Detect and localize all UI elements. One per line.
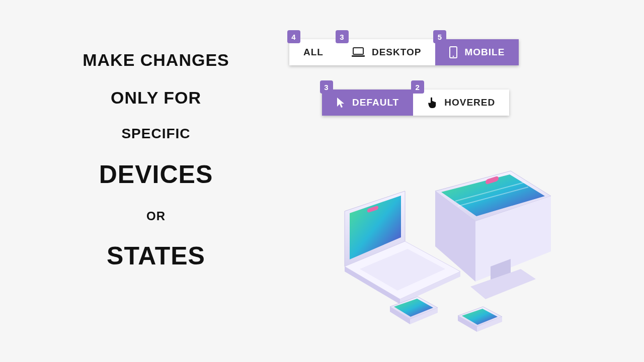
copy-line-2: ONLY FOR — [40, 88, 272, 108]
illustration-phone-2 — [458, 307, 502, 332]
device-tab-all-badge: 4 — [287, 30, 300, 43]
device-tab-mobile-badge: 5 — [433, 30, 446, 43]
copy-line-4: DEVICES — [40, 160, 272, 189]
copy-line-3: SPECIFIC — [40, 126, 272, 142]
svg-rect-1 — [352, 55, 365, 57]
device-tab-mobile[interactable]: 5 MOBILE — [435, 39, 519, 65]
state-tab-hovered-label: HOVERED — [444, 97, 495, 108]
cursor-arrow-icon — [336, 97, 345, 109]
devices-illustration — [314, 161, 556, 347]
cursor-hand-icon — [427, 97, 437, 109]
laptop-icon — [352, 47, 365, 57]
state-selector: 3 DEFAULT 2 HOVERED — [322, 89, 509, 116]
copy-line-5: OR — [40, 209, 272, 223]
device-tab-desktop[interactable]: 3 DESKTOP — [338, 39, 436, 65]
state-tab-hovered[interactable]: 2 HOVERED — [413, 89, 509, 116]
device-tab-all[interactable]: 4 ALL — [289, 39, 338, 65]
device-tab-desktop-label: DESKTOP — [372, 47, 422, 58]
state-tab-default[interactable]: 3 DEFAULT — [322, 89, 413, 116]
headline-copy: MAKE CHANGES ONLY FOR SPECIFIC DEVICES O… — [40, 50, 272, 291]
mobile-icon — [449, 46, 457, 58]
state-tab-default-badge: 3 — [320, 80, 333, 94]
device-selector: 4 ALL 3 DESKTOP 5 MOBILE — [289, 39, 519, 65]
svg-point-3 — [453, 56, 454, 57]
device-tab-desktop-badge: 3 — [336, 30, 349, 43]
state-tab-hovered-badge: 2 — [411, 80, 424, 94]
device-tab-mobile-label: MOBILE — [464, 47, 505, 58]
svg-rect-0 — [353, 48, 363, 54]
device-tab-all-label: ALL — [303, 47, 324, 58]
copy-line-1: MAKE CHANGES — [40, 50, 272, 70]
copy-line-6: STATES — [40, 241, 272, 270]
state-tab-default-label: DEFAULT — [352, 97, 399, 108]
